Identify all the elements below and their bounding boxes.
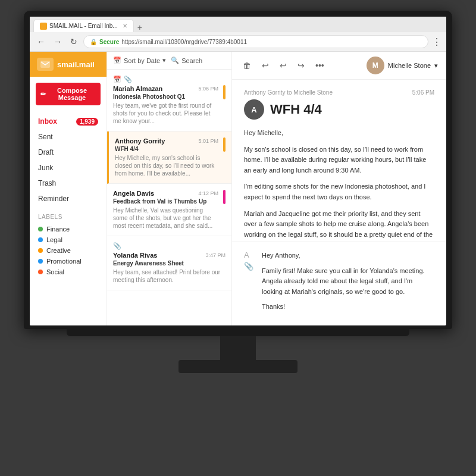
search-label: Search — [181, 57, 202, 64]
subject-text: WFH 4/4 — [270, 102, 322, 117]
subject-3: Feedback from Val is Thumbs Up — [113, 198, 218, 205]
browser-tabs: SMAIL.MAIL - Email Inb... ✕ + — [30, 17, 446, 32]
email-detail: 🗑 ↩ ↩ ↪ ••• M Michelle Stone ▾ — [232, 52, 446, 325]
inbox-label: Inbox — [38, 117, 57, 126]
link-icon: 📎 — [124, 76, 132, 83]
time-2: 5:01 PM — [198, 138, 218, 144]
more-button[interactable]: ••• — [313, 60, 327, 71]
url-text: https://smail.mail/10300/nrgdrive/77389:… — [121, 39, 247, 45]
email-detail-subject: A WFH 4/4 — [244, 99, 434, 120]
email-item-3[interactable]: Angela Davis 4:12 PM Feedback from Val i… — [107, 184, 231, 236]
reminder-label: Reminder — [38, 195, 69, 203]
preview-2: Hey Michelle, my son's school is closed … — [115, 154, 218, 177]
sidebar-item-trash[interactable]: Trash — [30, 176, 107, 191]
compose-button[interactable]: ✏ Compose Message — [36, 83, 101, 105]
email-detail-time: 5:06 PM — [412, 89, 434, 96]
calendar-icon: 📅 — [113, 76, 121, 83]
email-item-row-3: Angela Davis 4:12 PM Feedback from Val i… — [113, 190, 226, 230]
monitor-stand-neck — [220, 336, 256, 360]
delete-button[interactable]: 🗑 — [240, 60, 253, 71]
email-detail-content: Anthony Gorrity to Michelle Stone 5:06 P… — [232, 80, 446, 242]
forward-button[interactable]: ↪ — [295, 60, 307, 71]
sender-avatar: A — [244, 99, 264, 120]
user-menu-button[interactable]: M Michelle Stone ▾ — [367, 57, 438, 74]
email-reply-section: A 📎 Hey Anthony, Family first! Make sure… — [232, 242, 446, 325]
forward-button[interactable]: → — [51, 36, 64, 48]
junk-label: Junk — [38, 164, 53, 172]
sidebar-item-reminder[interactable]: Reminder — [30, 191, 107, 206]
browser-menu-button[interactable]: ⋮ — [432, 36, 441, 48]
legal-label: Legal — [46, 236, 62, 243]
back-button[interactable]: ← — [35, 36, 48, 48]
preview-4: Hey team, see attached! Print before our… — [113, 268, 226, 284]
email-item-1[interactable]: 📅 📎 Mariah Almazan 5:06 PM Indonesia Ph — [107, 70, 231, 131]
subject-2: WFH 4/4 — [115, 146, 218, 152]
time-1: 5:06 PM — [198, 86, 218, 92]
label-promotional[interactable]: Promotional — [38, 256, 98, 267]
finance-label: Finance — [46, 226, 70, 233]
email-icons-1: 📅 📎 — [113, 76, 226, 83]
tab-label: SMAIL.MAIL - Email Inb... — [49, 23, 118, 29]
label-creative[interactable]: Creative — [38, 245, 98, 256]
search-button[interactable]: 🔍 Search — [171, 57, 226, 64]
sidebar-item-inbox[interactable]: Inbox 1,939 — [30, 114, 107, 129]
body-p1: My son's school is closed on this day, s… — [244, 145, 434, 176]
body-greeting: Hey Michelle, — [244, 128, 434, 139]
email-header-1: Mariah Almazan 5:06 PM — [113, 85, 218, 92]
reply-icons: A 📎 — [244, 250, 253, 271]
email-item-2[interactable]: Anthony Gorrity 5:01 PM WFH 4/4 Hey Mich… — [107, 131, 231, 184]
search-icon: 🔍 — [171, 57, 179, 64]
address-bar[interactable]: 🔒 Secure https://smail.mail/10300/nrgdri… — [83, 35, 428, 48]
email-detail-toolbar: 🗑 ↩ ↩ ↪ ••• M Michelle Stone ▾ — [232, 52, 446, 80]
preview-1: Hey team, we've got the first round of s… — [113, 102, 218, 125]
email-item-row-1: Mariah Almazan 5:06 PM Indonesia Photosh… — [113, 85, 226, 125]
tab-close-button[interactable]: ✕ — [123, 23, 127, 29]
email-item-4[interactable]: 📎 Yolanda Rivas 3:47 PM Energy Awareness… — [107, 236, 231, 290]
sidebar: smail.mail ✏ Compose Message Inbox 1,939… — [30, 52, 107, 325]
legal-dot — [38, 237, 43, 242]
monitor-stand-base — [178, 360, 298, 373]
body-p2: I'm editing some shots for the new Indon… — [244, 181, 434, 202]
indicator-1 — [223, 85, 226, 99]
indicator-2 — [223, 137, 226, 152]
reload-button[interactable]: ↻ — [68, 36, 80, 48]
finance-dot — [38, 227, 43, 231]
browser-tab-active[interactable]: SMAIL.MAIL - Email Inb... ✕ — [33, 19, 134, 32]
sidebar-labels: Labels Finance Legal Creative — [30, 209, 107, 282]
label-finance[interactable]: Finance — [38, 224, 98, 234]
label-legal[interactable]: Legal — [38, 234, 98, 245]
svg-rect-0 — [40, 61, 50, 68]
email-meta: Anthony Gorrity to Michelle Stone — [244, 89, 333, 96]
compose-label: Compose Message — [48, 87, 96, 101]
sender-4: Yolanda Rivas — [113, 252, 157, 259]
sidebar-item-junk[interactable]: Junk — [30, 160, 107, 176]
draft-label: Draft — [38, 148, 54, 156]
monitor-bottom-bezel — [67, 329, 409, 336]
sender-3: Angela Davis — [113, 190, 154, 197]
email-header-4: Yolanda Rivas 3:47 PM — [113, 252, 226, 259]
reply-all-button[interactable]: ↩ — [277, 60, 289, 71]
monitor: SMAIL.MAIL - Email Inb... ✕ + ← → ↻ 🔒 Se… — [24, 11, 452, 373]
reply-button[interactable]: ↩ — [259, 60, 271, 71]
subject-1: Indonesia Photoshoot Q1 — [113, 93, 218, 100]
screen: SMAIL.MAIL - Email Inb... ✕ + ← → ↻ 🔒 Se… — [30, 17, 446, 325]
monitor-bezel: SMAIL.MAIL - Email Inb... ✕ + ← → ↻ 🔒 Se… — [24, 11, 452, 329]
sidebar-item-sent[interactable]: Sent — [30, 129, 107, 145]
time-4: 3:47 PM — [205, 252, 226, 258]
sort-button[interactable]: 📅 Sort by Date ▾ — [113, 57, 166, 64]
new-tab-button[interactable]: + — [134, 23, 146, 32]
logo-text: smail.mail — [57, 60, 95, 69]
promotional-label: Promotional — [46, 258, 82, 265]
label-social[interactable]: Social — [38, 267, 98, 277]
sort-label: Sort by Date — [124, 57, 160, 64]
tab-favicon — [40, 23, 47, 30]
email-icons-4: 📎 — [113, 242, 226, 250]
creative-label: Creative — [46, 247, 71, 254]
browser-chrome: SMAIL.MAIL - Email Inb... ✕ + ← → ↻ 🔒 Se… — [30, 17, 446, 52]
reply-p1: Family first! Make sure you call in for … — [262, 266, 434, 298]
sidebar-item-draft[interactable]: Draft — [30, 145, 107, 160]
sent-label: Sent — [38, 133, 53, 141]
sidebar-logo: smail.mail — [30, 52, 107, 77]
inbox-badge: 1,939 — [76, 118, 98, 126]
email-item-row-2: Anthony Gorrity 5:01 PM WFH 4/4 Hey Mich… — [115, 137, 226, 177]
